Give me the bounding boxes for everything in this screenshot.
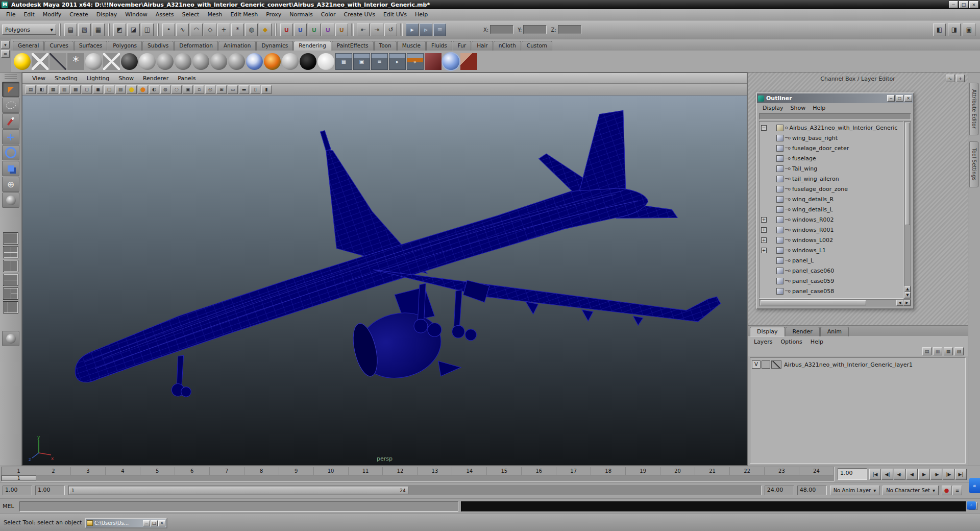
outliner-item-root[interactable]: −oAirbus_A321neo_with_Interior_Generic [760,123,903,133]
menu-display[interactable]: Display [92,11,121,18]
shelf-tab-fur[interactable]: Fur [453,41,471,51]
titlebar[interactable]: M Autodesk Maya 2011 x64: D:\!!November\… [0,0,980,9]
outliner-horizontal-scrollbar[interactable]: ◀ ▶ [759,299,911,306]
select-surfaces-icon[interactable]: ◠ [190,23,203,36]
timeline-frame-2[interactable]: 2 [36,467,71,475]
mel-input-field[interactable] [19,501,458,512]
shelf-tab-custom[interactable]: Custom [522,41,552,51]
menu-normals[interactable]: Normals [285,11,317,18]
outliner-item[interactable]: +─owindows_L1 [760,245,903,255]
collapse-icon[interactable]: − [761,125,767,131]
outliner-persp-layout-button[interactable] [3,301,18,313]
anisotropic-material-icon[interactable] [228,53,245,70]
lambert-material-icon[interactable] [157,53,174,70]
save-scene-icon[interactable]: ▦ [92,23,105,36]
two-pane-horizontal-layout-button[interactable] [3,274,18,286]
menu-window[interactable]: Window [121,11,151,18]
image-plane-icon[interactable]: ▩ [70,85,81,94]
3d-paint-icon[interactable] [460,53,477,70]
outliner-menu-help[interactable]: Help [809,105,829,111]
mini-minimize-button[interactable]: − [143,520,150,526]
snap-to-plane-icon[interactable]: ∪ [322,23,334,36]
teamviewer-chat-icon[interactable]: ◦ [967,501,976,510]
select-deformations-icon[interactable]: ◇ [204,23,216,36]
four-pane-layout-button[interactable] [3,246,18,258]
play-backwards-button[interactable]: ◀ [906,469,918,480]
toggle-right-panels-icon[interactable]: ◨ [948,23,961,36]
menu-create-uvs[interactable]: Create UVs [340,11,379,18]
shelf-tab-rendering[interactable]: Rendering [293,41,331,51]
white-sphere-icon[interactable] [317,53,334,70]
coord-input-y[interactable] [523,25,547,34]
safe-title-icon[interactable]: ▮ [261,85,272,94]
coord-input-z[interactable] [558,25,581,34]
step-forward-frame-button[interactable]: |▶ [943,469,954,480]
timeline-frame-14[interactable]: 14 [452,467,487,475]
snap-to-point-icon[interactable]: ∪ [308,23,321,36]
edge-tab-attribute-editor[interactable]: Attribute Editor [969,83,979,135]
phonge-material-icon[interactable] [210,53,227,70]
scrollbar-thumb-horizontal[interactable] [761,300,866,305]
render-globals-icon[interactable]: ≡ [371,53,388,70]
outliner-item[interactable]: ─owing_details_R [760,194,903,204]
use-all-lights-icon[interactable]: ● [138,85,148,94]
ipr-render-shelf-icon[interactable]: ▸ [389,53,406,70]
select-handles-icon[interactable]: • [162,23,175,36]
outliner-item[interactable]: ─oTail_wing [760,163,903,174]
auto-keyframe-button[interactable]: ● [942,486,951,495]
expand-icon[interactable]: + [761,248,767,253]
create-empty-layer-icon[interactable]: ▦ [944,347,953,355]
outliner-vertical-scrollbar[interactable]: ▲ ▼ [904,121,911,299]
timeline-frame-11[interactable]: 11 [349,467,383,475]
outliner-item[interactable]: ─ofuselage_door_ceter [760,143,903,153]
menu-help[interactable]: Help [411,11,432,18]
timeline-frame-15[interactable]: 15 [487,467,522,475]
layer-sort-icon[interactable]: ▤ [922,347,932,355]
select-tool[interactable]: ◤ [2,82,19,97]
single-pane-layout-button[interactable] [3,232,18,245]
use-default-lighting-icon[interactable]: ● [127,85,137,94]
timeline-frame-10[interactable]: 10 [314,467,349,475]
viewport-menu-shading[interactable]: Shading [50,75,82,82]
wireframe-mode-icon[interactable]: ◻ [82,85,92,94]
timeline-frame-1[interactable]: 1 [2,467,36,475]
menu-assets[interactable]: Assets [152,11,178,18]
current-frame-marker[interactable]: 1 [2,475,36,481]
outliner-item[interactable]: ─otail_wing_aileron [760,174,903,184]
select-rendering-icon[interactable]: ◍ [245,23,258,36]
create-layer-from-selected-icon[interactable]: ▧ [954,347,964,355]
menu-create[interactable]: Create [65,11,92,18]
outliner-item[interactable]: +─owindows_L002 [760,235,903,245]
toolbar-separator[interactable] [400,23,403,36]
menu-edit[interactable]: Edit [19,11,38,18]
animation-end-field[interactable]: 48.00 [797,486,827,495]
shelf-tab-toon[interactable]: Toon [374,41,397,51]
timeline-frame-5[interactable]: 5 [140,467,175,475]
xray-icon[interactable]: ▫ [194,85,204,94]
character-set-selector[interactable]: No Character Set ▾ [883,486,939,495]
timeline-track[interactable]: 1 [2,475,834,481]
toolbar-separator[interactable] [274,23,278,36]
ocean-shader-icon[interactable] [264,53,281,70]
ramp-shader-icon[interactable] [246,53,263,70]
viewport-menu-show[interactable]: Show [114,75,138,82]
scroll-right-button[interactable]: ▶ [903,300,911,306]
menu-edit-uvs[interactable]: Edit UVs [379,11,411,18]
make-live-icon[interactable]: ∪ [335,23,348,36]
menu-proxy[interactable]: Proxy [262,11,285,18]
layer-visibility-toggle[interactable]: V [752,360,761,369]
universal-manipulator-tool[interactable]: ⊕ [2,177,19,192]
select-object-icon[interactable]: ◪ [127,23,140,36]
toolbar-separator[interactable] [351,23,354,36]
channel-manipulator-icon[interactable]: + [956,75,965,82]
safe-action-icon[interactable]: ▯ [250,85,260,94]
point-light-icon[interactable] [14,53,31,70]
viewport-menu-lighting[interactable]: Lighting [82,75,114,82]
output-connections-icon[interactable]: ⇥ [371,23,383,36]
timeline-frame-4[interactable]: 4 [106,467,140,475]
select-hierarchy-icon[interactable]: ◩ [113,23,126,36]
select-joints-icon[interactable]: + [217,23,230,36]
outliner-item[interactable]: ─owing_details_L [760,204,903,214]
ipr-render-icon[interactable]: ▹ [420,23,432,36]
lock-camera-icon[interactable]: ◧ [37,85,47,94]
